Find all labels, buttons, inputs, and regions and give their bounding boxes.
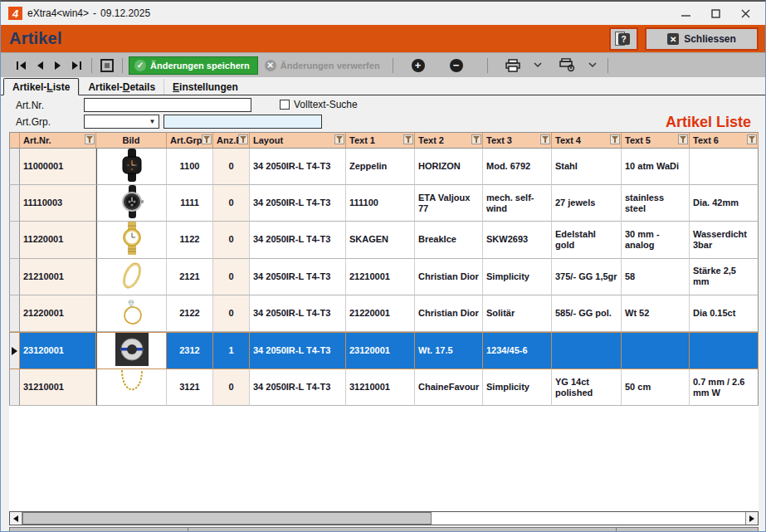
table-row[interactable]: 212100012121034 2050IR-L T4-T321210001Ch… xyxy=(9,259,759,295)
column-header-text-1[interactable]: Text 1 xyxy=(346,132,415,149)
artgrp-select[interactable]: ▼ xyxy=(84,115,159,129)
cell-anz: 0 xyxy=(213,295,250,332)
filter-icon[interactable] xyxy=(85,134,95,144)
remove-record-button[interactable]: − xyxy=(447,56,466,75)
artnr-input[interactable] xyxy=(84,98,251,112)
x-circle-icon: ✕ xyxy=(265,60,276,71)
artgrp-label: Art.Grp. xyxy=(16,116,51,128)
filter-icon[interactable] xyxy=(202,134,212,144)
cell-text2: HORIZON xyxy=(415,149,483,185)
cell-text6: Stärke 2,5 mm xyxy=(690,259,759,295)
close-button[interactable] xyxy=(730,3,760,23)
filter-icon[interactable] xyxy=(678,134,688,144)
column-header-text-5[interactable]: Text 5 xyxy=(622,132,690,149)
filter-icon[interactable] xyxy=(238,134,248,144)
minimize-button[interactable] xyxy=(671,3,700,23)
nav-prev-button[interactable] xyxy=(31,56,49,75)
column-header-art-grp[interactable]: Art.Grp xyxy=(167,132,213,149)
cell-text6: Dia. 42mm xyxy=(690,185,759,222)
column-header-art-nr-[interactable]: Art.Nr. xyxy=(20,132,96,149)
print-settings-dropdown-button[interactable] xyxy=(583,56,602,75)
table-empty-area xyxy=(9,406,759,511)
table-row[interactable]: 312100013121034 2050IR-L T4-T331210001Ch… xyxy=(9,369,759,406)
save-changes-label: Änderungen speichern xyxy=(150,61,250,71)
print-dropdown-button[interactable] xyxy=(529,56,547,75)
column-header-text-4[interactable]: Text 4 xyxy=(552,132,622,149)
filter-icon[interactable] xyxy=(334,134,344,144)
row-indicator xyxy=(9,332,20,369)
help-book-icon: ? xyxy=(618,33,630,45)
tab-artikel-details[interactable]: Artikel-Details xyxy=(79,79,163,95)
nav-next-button[interactable] xyxy=(49,56,67,75)
column-header-layout[interactable]: Layout xyxy=(250,132,346,149)
print-button[interactable] xyxy=(504,56,522,75)
column-header-text-6[interactable]: Text 6 xyxy=(690,132,759,149)
product-image-watch-black xyxy=(117,149,147,184)
chevron-down-icon xyxy=(588,62,597,68)
print-settings-button[interactable] xyxy=(559,56,577,75)
cell-text4: Edelstahl gold xyxy=(552,222,622,258)
cell-text3: Mod. 6792 xyxy=(483,149,552,185)
filter-icon[interactable] xyxy=(540,134,550,144)
scroll-left-button[interactable] xyxy=(10,512,22,525)
table-row[interactable]: 111100031111034 2050IR-L T4-T3111100ETA … xyxy=(9,185,759,222)
cell-anz: 0 xyxy=(213,185,250,222)
fulltext-checkbox[interactable] xyxy=(280,100,290,110)
table-row[interactable]: 212200012122034 2050IR-L T4-T321220001Ch… xyxy=(9,295,759,332)
column-header-anz-e[interactable]: Anz.E xyxy=(213,132,250,149)
row-indicator xyxy=(9,149,20,185)
x-square-icon: ✕ xyxy=(667,33,679,45)
selected-row-arrow-icon xyxy=(12,347,17,355)
cell-text6 xyxy=(690,149,759,185)
printer-gear-icon xyxy=(559,58,575,72)
cell-layout: 34 2050IR-L T4-T3 xyxy=(250,295,346,332)
cell-anz: 0 xyxy=(213,149,250,185)
scrollbar-thumb[interactable] xyxy=(22,512,432,525)
cell-artnr: 21210001 xyxy=(20,259,96,295)
table-row[interactable]: 110000011100034 2050IR-L T4-T3ZeppelinHO… xyxy=(9,149,759,185)
nav-last-button[interactable] xyxy=(67,56,85,75)
nav-first-button[interactable] xyxy=(12,56,31,75)
column-header-text-2[interactable]: Text 2 xyxy=(415,132,483,149)
scrollbar-track[interactable] xyxy=(22,512,745,525)
window-title: eXtra4<win4> xyxy=(27,7,89,19)
add-record-button[interactable]: + xyxy=(409,56,427,75)
filter-icon[interactable] xyxy=(471,134,481,144)
tab-einstellungen[interactable]: Einstellungen xyxy=(163,79,246,95)
product-image-bangle-gold xyxy=(117,259,147,295)
article-table: Art.Nr.BildArt.GrpAnz.ELayoutText 1Text … xyxy=(9,132,759,406)
cell-text5: 50 cm xyxy=(622,369,690,406)
tab-artikel-liste[interactable]: Artikel-Liste xyxy=(3,78,79,95)
column-header-text-3[interactable]: Text 3 xyxy=(483,132,552,149)
cell-text4: 27 jewels xyxy=(552,185,622,222)
scroll-right-button[interactable] xyxy=(745,512,758,525)
product-image-ring-diamond xyxy=(117,295,147,331)
cell-text4: Stahl xyxy=(552,149,622,185)
chevron-down-icon: ▼ xyxy=(146,115,159,128)
page-title: Artikel xyxy=(9,29,62,48)
row-indicator xyxy=(9,295,20,332)
grid-view-button[interactable] xyxy=(98,56,116,75)
table-row[interactable]: 112200011122034 2050IR-L T4-T3SKAGENBrea… xyxy=(9,222,759,258)
discard-changes-button[interactable]: ✕ Änderungen verwerfen xyxy=(258,56,387,75)
cell-anz: 1 xyxy=(213,332,250,369)
cell-artgrp: 1122 xyxy=(167,222,213,258)
filter-icon[interactable] xyxy=(610,134,620,144)
cell-artgrp: 1111 xyxy=(167,185,213,222)
schliessen-button[interactable]: ✕ Schliessen xyxy=(645,27,759,51)
fulltext-checkbox-wrap[interactable]: Volltext-Suche xyxy=(280,99,358,110)
cell-artnr: 11220001 xyxy=(20,222,96,258)
table-row[interactable]: 231200012312134 2050IR-L T4-T323120001Wt… xyxy=(9,332,759,369)
filter-icon[interactable] xyxy=(403,134,413,144)
page-header: Artikel ? ✕ Schliessen xyxy=(1,25,765,52)
product-image-chain-gold xyxy=(115,369,149,405)
row-indicator xyxy=(9,222,20,258)
maximize-button[interactable] xyxy=(700,3,730,23)
cell-text1: SKAGEN xyxy=(346,222,415,258)
filter-icon[interactable] xyxy=(747,134,757,144)
artgrp-search-input[interactable] xyxy=(163,115,322,129)
column-header-bild[interactable]: Bild xyxy=(96,132,167,149)
help-button[interactable]: ? xyxy=(609,27,638,51)
horizontal-scrollbar[interactable] xyxy=(9,511,759,525)
save-changes-button[interactable]: ✓ Änderungen speichern xyxy=(129,56,258,75)
